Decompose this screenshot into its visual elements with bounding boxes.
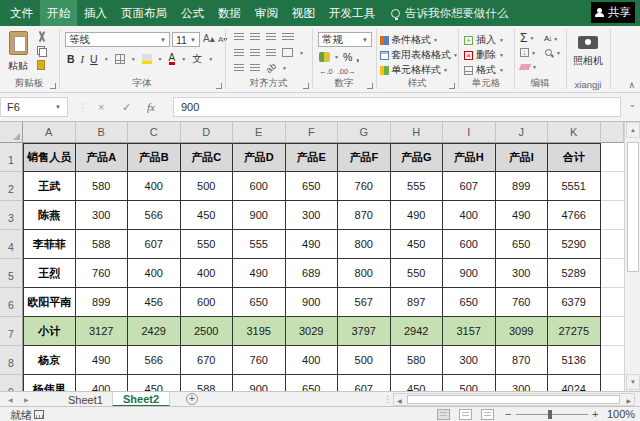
cell-value[interactable]: 607 [128, 230, 181, 259]
borders-icon[interactable] [115, 54, 125, 64]
cell-value[interactable]: 400 [76, 375, 129, 391]
cell-name[interactable]: 王武 [23, 172, 76, 201]
sort-filter-icon[interactable]: A↓ [544, 34, 551, 43]
cell-value[interactable]: 555 [391, 172, 444, 201]
cell-value[interactable]: 899 [496, 172, 549, 201]
row-header-9[interactable]: 9 [0, 375, 23, 391]
cell-value[interactable]: 899 [76, 288, 129, 317]
column-header-I[interactable]: I [443, 122, 496, 143]
cancel-icon[interactable]: × [98, 97, 104, 117]
cell-value[interactable]: 300 [76, 201, 129, 230]
cell-value[interactable]: 500 [338, 346, 391, 375]
tab-view[interactable]: 视图 [285, 0, 322, 26]
align-left-icon[interactable] [234, 49, 244, 57]
row-header-5[interactable]: 5 [0, 259, 23, 288]
cell-value[interactable]: 550 [391, 259, 444, 288]
cell-value[interactable]: 607 [338, 375, 391, 391]
cell-value[interactable]: 870 [338, 201, 391, 230]
cell-value[interactable]: 900 [233, 201, 286, 230]
cell-value[interactable]: 3099 [496, 317, 549, 346]
clipboard-dialog-launcher[interactable] [50, 83, 56, 89]
cell-value[interactable]: 555 [233, 230, 286, 259]
cell-value[interactable]: 450 [391, 375, 444, 391]
cell-value[interactable]: 600 [181, 288, 234, 317]
cell-value[interactable]: 650 [443, 288, 496, 317]
column-header-B[interactable]: B [76, 122, 129, 143]
decrease-decimal-icon[interactable]: .00→ [338, 67, 356, 76]
select-all-corner[interactable] [0, 122, 23, 143]
cell-value[interactable]: 5289 [548, 259, 601, 288]
cell-value[interactable]: 490 [391, 201, 444, 230]
cell-value[interactable]: 490 [233, 259, 286, 288]
cell-value[interactable]: 2942 [391, 317, 444, 346]
align-bottom-icon[interactable] [266, 33, 276, 41]
cell-value[interactable]: 566 [128, 346, 181, 375]
cell-value[interactable]: 567 [338, 288, 391, 317]
zoom-slider-track[interactable] [516, 414, 588, 415]
cell-value[interactable]: 900 [286, 288, 339, 317]
cell-value[interactable]: 900 [443, 259, 496, 288]
tab-file[interactable]: 文件 [3, 0, 40, 26]
styles-dialog-launcher[interactable] [449, 83, 455, 89]
cell-value[interactable]: 490 [76, 346, 129, 375]
cell-value[interactable]: 456 [128, 288, 181, 317]
cell-value[interactable]: 5290 [548, 230, 601, 259]
cell-value[interactable]: 800 [338, 230, 391, 259]
column-header-A[interactable]: A [23, 122, 76, 143]
page-break-view-icon[interactable] [481, 409, 494, 420]
increase-decimal-icon[interactable]: ←.0 [319, 67, 333, 76]
cell-value[interactable]: 760 [338, 172, 391, 201]
cell-value[interactable]: 650 [286, 375, 339, 391]
tell-me-box[interactable]: 告诉我你想要做什么 [382, 0, 518, 26]
cell-value[interactable]: 500 [181, 172, 234, 201]
cell-value[interactable]: 300 [496, 375, 549, 391]
cell-value[interactable]: 400 [128, 172, 181, 201]
scroll-right-icon[interactable]: ▶ [626, 397, 631, 404]
macro-record-icon[interactable] [34, 410, 44, 419]
cell-value[interactable]: 2429 [128, 317, 181, 346]
clear-icon[interactable] [519, 64, 531, 70]
increase-indent-icon[interactable] [250, 64, 260, 72]
vertical-scroll-thumb[interactable] [627, 142, 639, 272]
column-header-G[interactable]: G [338, 122, 391, 143]
zoom-slider-thumb[interactable] [548, 410, 552, 419]
horizontal-scroll-thumb[interactable] [407, 395, 620, 404]
cell-value[interactable]: 900 [233, 375, 286, 391]
row-header-3[interactable]: 3 [0, 201, 23, 230]
conditional-formatting-button[interactable]: 条件格式 [391, 33, 431, 47]
bold-button[interactable]: B [67, 53, 75, 65]
grow-font-icon[interactable]: A▴ [203, 33, 215, 44]
cell-styles-button[interactable]: 单元格样式 [391, 63, 441, 77]
cell-value[interactable]: 760 [496, 288, 549, 317]
insert-function-icon[interactable]: fx [147, 97, 155, 117]
cell-value[interactable]: 400 [128, 259, 181, 288]
tab-review[interactable]: 审阅 [248, 0, 285, 26]
format-button[interactable]: 格式 [476, 63, 496, 77]
cell-value[interactable]: 580 [391, 346, 444, 375]
column-header-E[interactable]: E [233, 122, 286, 143]
cell-value[interactable]: 500 [443, 375, 496, 391]
cell-value[interactable]: 400 [443, 201, 496, 230]
cell-name[interactable]: 欧阳平南 [23, 288, 76, 317]
column-header-K[interactable]: K [548, 122, 601, 143]
cell-value[interactable]: 580 [76, 172, 129, 201]
font-color-icon[interactable]: A [169, 53, 176, 65]
new-sheet-button[interactable]: + [186, 393, 198, 405]
name-box[interactable]: F6▼ [0, 97, 68, 117]
cell-value[interactable]: 650 [286, 172, 339, 201]
cell-value[interactable]: 5551 [548, 172, 601, 201]
cell-value[interactable]: 760 [76, 259, 129, 288]
cell-name[interactable]: 杨京 [23, 346, 76, 375]
format-as-table-button[interactable]: 套用表格格式 [391, 48, 451, 62]
row-header-8[interactable]: 8 [0, 346, 23, 375]
cell-value[interactable]: 490 [286, 230, 339, 259]
tab-insert[interactable]: 插入 [77, 0, 114, 26]
cell-name[interactable]: 陈燕 [23, 201, 76, 230]
tab-home[interactable]: 开始 [40, 0, 77, 26]
scroll-up-icon[interactable]: ▲ [626, 122, 640, 138]
number-format-combo[interactable]: 常规▼ [318, 32, 372, 47]
cell-value[interactable]: 760 [233, 346, 286, 375]
cell-value[interactable]: 2500 [181, 317, 234, 346]
cell-value[interactable]: 588 [181, 375, 234, 391]
cell-value[interactable]: 4766 [548, 201, 601, 230]
